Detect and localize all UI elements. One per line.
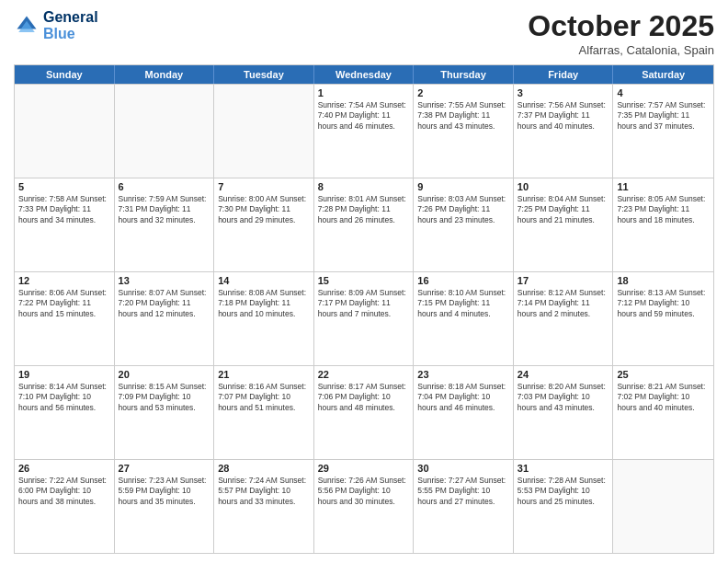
calendar-cell-4: 4Sunrise: 7:57 AM Sunset: 7:35 PM Daylig… xyxy=(613,85,713,178)
calendar-header: SundayMondayTuesdayWednesdayThursdayFrid… xyxy=(15,65,713,84)
cell-info: Sunrise: 8:17 AM Sunset: 7:06 PM Dayligh… xyxy=(318,382,410,413)
cell-info: Sunrise: 7:56 AM Sunset: 7:37 PM Dayligh… xyxy=(518,100,609,132)
calendar-cell-empty-0-2 xyxy=(214,85,314,178)
cell-info: Sunrise: 8:12 AM Sunset: 7:14 PM Dayligh… xyxy=(518,288,609,319)
header-day-thursday: Thursday xyxy=(414,65,514,84)
title-block: October 2025 Alfarras, Catalonia, Spain xyxy=(528,9,714,57)
day-number: 24 xyxy=(518,369,609,380)
calendar: SundayMondayTuesdayWednesdayThursdayFrid… xyxy=(14,64,714,554)
day-number: 27 xyxy=(119,463,210,474)
day-number: 28 xyxy=(218,463,310,474)
day-number: 14 xyxy=(218,275,310,286)
cell-info: Sunrise: 8:07 AM Sunset: 7:20 PM Dayligh… xyxy=(119,288,210,319)
logo-icon xyxy=(14,13,40,39)
cell-info: Sunrise: 8:05 AM Sunset: 7:23 PM Dayligh… xyxy=(617,194,710,225)
day-number: 19 xyxy=(18,369,110,380)
cell-info: Sunrise: 7:57 AM Sunset: 7:35 PM Dayligh… xyxy=(617,100,710,132)
cell-info: Sunrise: 7:54 AM Sunset: 7:40 PM Dayligh… xyxy=(318,100,410,132)
cell-info: Sunrise: 8:00 AM Sunset: 7:30 PM Dayligh… xyxy=(218,194,310,225)
cell-info: Sunrise: 7:58 AM Sunset: 7:33 PM Dayligh… xyxy=(18,194,110,225)
cell-info: Sunrise: 8:18 AM Sunset: 7:04 PM Dayligh… xyxy=(417,382,509,413)
day-number: 18 xyxy=(617,275,710,286)
header-day-saturday: Saturday xyxy=(613,65,713,84)
calendar-cell-24: 24Sunrise: 8:20 AM Sunset: 7:03 PM Dayli… xyxy=(514,366,614,459)
cell-info: Sunrise: 8:09 AM Sunset: 7:17 PM Dayligh… xyxy=(318,288,410,319)
day-number: 12 xyxy=(18,275,110,286)
day-number: 2 xyxy=(417,87,509,98)
cell-info: Sunrise: 7:24 AM Sunset: 5:57 PM Dayligh… xyxy=(218,476,310,507)
calendar-cell-empty-0-0 xyxy=(15,85,115,178)
calendar-cell-13: 13Sunrise: 8:07 AM Sunset: 7:20 PM Dayli… xyxy=(115,272,215,365)
day-number: 9 xyxy=(417,181,509,192)
calendar-cell-26: 26Sunrise: 7:22 AM Sunset: 6:00 PM Dayli… xyxy=(15,460,115,553)
calendar-cell-9: 9Sunrise: 8:03 AM Sunset: 7:26 PM Daylig… xyxy=(414,178,514,271)
calendar-cell-1: 1Sunrise: 7:54 AM Sunset: 7:40 PM Daylig… xyxy=(314,85,415,178)
calendar-cell-10: 10Sunrise: 8:04 AM Sunset: 7:25 PM Dayli… xyxy=(514,178,614,271)
cell-info: Sunrise: 8:08 AM Sunset: 7:18 PM Dayligh… xyxy=(218,288,310,319)
calendar-row-3: 19Sunrise: 8:14 AM Sunset: 7:10 PM Dayli… xyxy=(15,365,713,459)
calendar-cell-12: 12Sunrise: 8:06 AM Sunset: 7:22 PM Dayli… xyxy=(15,272,115,365)
cell-info: Sunrise: 8:21 AM Sunset: 7:02 PM Dayligh… xyxy=(617,382,710,413)
day-number: 25 xyxy=(617,369,710,380)
header-day-wednesday: Wednesday xyxy=(314,65,415,84)
cell-info: Sunrise: 7:55 AM Sunset: 7:38 PM Dayligh… xyxy=(417,100,509,132)
day-number: 30 xyxy=(417,463,509,474)
calendar-cell-28: 28Sunrise: 7:24 AM Sunset: 5:57 PM Dayli… xyxy=(214,460,314,553)
day-number: 6 xyxy=(119,181,210,192)
calendar-cell-30: 30Sunrise: 7:27 AM Sunset: 5:55 PM Dayli… xyxy=(414,460,514,553)
calendar-cell-31: 31Sunrise: 7:28 AM Sunset: 5:53 PM Dayli… xyxy=(514,460,614,553)
day-number: 1 xyxy=(318,87,410,98)
cell-info: Sunrise: 8:03 AM Sunset: 7:26 PM Dayligh… xyxy=(417,194,509,225)
cell-info: Sunrise: 7:28 AM Sunset: 5:53 PM Dayligh… xyxy=(518,476,609,507)
calendar-cell-empty-4-6 xyxy=(613,460,713,553)
day-number: 13 xyxy=(119,275,210,286)
calendar-subtitle: Alfarras, Catalonia, Spain xyxy=(528,43,714,57)
cell-info: Sunrise: 7:26 AM Sunset: 5:56 PM Dayligh… xyxy=(318,476,410,507)
day-number: 21 xyxy=(218,369,310,380)
header: General Blue October 2025 Alfarras, Cata… xyxy=(14,9,714,57)
cell-info: Sunrise: 7:27 AM Sunset: 5:55 PM Dayligh… xyxy=(417,476,509,507)
day-number: 23 xyxy=(417,369,509,380)
header-day-friday: Friday xyxy=(514,65,614,84)
calendar-row-1: 5Sunrise: 7:58 AM Sunset: 7:33 PM Daylig… xyxy=(15,178,713,271)
logo: General Blue xyxy=(14,9,98,41)
calendar-cell-29: 29Sunrise: 7:26 AM Sunset: 5:56 PM Dayli… xyxy=(314,460,415,553)
header-day-tuesday: Tuesday xyxy=(214,65,314,84)
cell-info: Sunrise: 8:10 AM Sunset: 7:15 PM Dayligh… xyxy=(417,288,509,319)
calendar-cell-2: 2Sunrise: 7:55 AM Sunset: 7:38 PM Daylig… xyxy=(414,85,514,178)
calendar-title: October 2025 xyxy=(528,9,714,43)
calendar-cell-6: 6Sunrise: 7:59 AM Sunset: 7:31 PM Daylig… xyxy=(115,178,215,271)
calendar-cell-5: 5Sunrise: 7:58 AM Sunset: 7:33 PM Daylig… xyxy=(15,178,115,271)
cell-info: Sunrise: 8:16 AM Sunset: 7:07 PM Dayligh… xyxy=(218,382,310,413)
cell-info: Sunrise: 8:01 AM Sunset: 7:28 PM Dayligh… xyxy=(318,194,410,225)
day-number: 15 xyxy=(318,275,410,286)
header-day-sunday: Sunday xyxy=(15,65,115,84)
cell-info: Sunrise: 7:22 AM Sunset: 6:00 PM Dayligh… xyxy=(18,476,110,507)
day-number: 26 xyxy=(18,463,110,474)
day-number: 5 xyxy=(18,181,110,192)
calendar-cell-14: 14Sunrise: 8:08 AM Sunset: 7:18 PM Dayli… xyxy=(214,272,314,365)
page: General Blue October 2025 Alfarras, Cata… xyxy=(0,0,728,563)
cell-info: Sunrise: 8:13 AM Sunset: 7:12 PM Dayligh… xyxy=(617,288,710,319)
day-number: 16 xyxy=(417,275,509,286)
cell-info: Sunrise: 8:04 AM Sunset: 7:25 PM Dayligh… xyxy=(518,194,609,225)
cell-info: Sunrise: 8:06 AM Sunset: 7:22 PM Dayligh… xyxy=(18,288,110,319)
calendar-cell-22: 22Sunrise: 8:17 AM Sunset: 7:06 PM Dayli… xyxy=(314,366,415,459)
calendar-cell-15: 15Sunrise: 8:09 AM Sunset: 7:17 PM Dayli… xyxy=(314,272,415,365)
calendar-row-2: 12Sunrise: 8:06 AM Sunset: 7:22 PM Dayli… xyxy=(15,271,713,365)
logo-line2: Blue xyxy=(43,26,75,41)
cell-info: Sunrise: 8:20 AM Sunset: 7:03 PM Dayligh… xyxy=(518,382,609,413)
cell-info: Sunrise: 8:14 AM Sunset: 7:10 PM Dayligh… xyxy=(18,382,110,413)
calendar-cell-7: 7Sunrise: 8:00 AM Sunset: 7:30 PM Daylig… xyxy=(214,178,314,271)
logo-line1: General xyxy=(43,9,98,26)
calendar-cell-empty-0-1 xyxy=(115,85,215,178)
calendar-cell-25: 25Sunrise: 8:21 AM Sunset: 7:02 PM Dayli… xyxy=(613,366,713,459)
calendar-cell-20: 20Sunrise: 8:15 AM Sunset: 7:09 PM Dayli… xyxy=(115,366,215,459)
day-number: 10 xyxy=(518,181,609,192)
calendar-cell-19: 19Sunrise: 8:14 AM Sunset: 7:10 PM Dayli… xyxy=(15,366,115,459)
calendar-cell-23: 23Sunrise: 8:18 AM Sunset: 7:04 PM Dayli… xyxy=(414,366,514,459)
calendar-row-0: 1Sunrise: 7:54 AM Sunset: 7:40 PM Daylig… xyxy=(15,84,713,178)
cell-info: Sunrise: 8:15 AM Sunset: 7:09 PM Dayligh… xyxy=(119,382,210,413)
calendar-cell-17: 17Sunrise: 8:12 AM Sunset: 7:14 PM Dayli… xyxy=(514,272,614,365)
day-number: 17 xyxy=(518,275,609,286)
